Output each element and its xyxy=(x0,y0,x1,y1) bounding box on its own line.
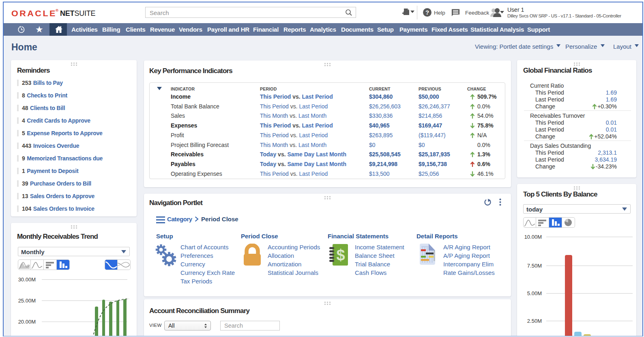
svg-text:$: $ xyxy=(336,246,345,264)
